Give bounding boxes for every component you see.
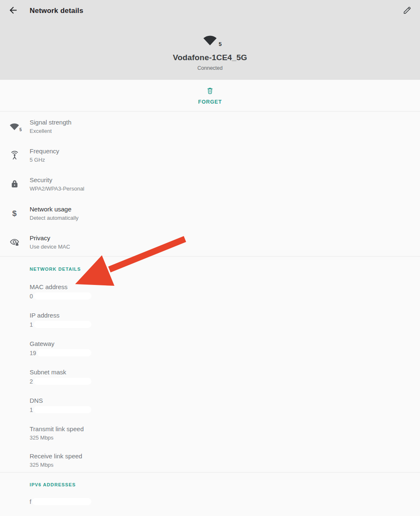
field-label: DNS xyxy=(30,397,420,404)
receive-link-speed-field: Receive link speed 325 Mbps xyxy=(30,452,420,468)
ipv6-address-field: f xyxy=(30,498,420,506)
redaction-pill xyxy=(34,321,91,328)
redaction-pill xyxy=(37,349,91,356)
eye-lock-icon xyxy=(9,236,20,248)
prop-value: Excellent xyxy=(30,128,420,134)
trash-icon xyxy=(206,86,214,97)
field-value: 1 xyxy=(30,321,33,328)
property-list: 5 Signal strength Excellent Frequency 5 … xyxy=(0,112,420,257)
back-arrow-icon xyxy=(8,5,18,17)
field-label: Gateway xyxy=(30,340,420,347)
wifi-generation-badge: 5 xyxy=(19,127,22,132)
redaction-pill xyxy=(34,292,91,300)
dollar-icon: $ xyxy=(9,208,20,219)
forget-button[interactable]: FORGET xyxy=(0,80,420,112)
ip-address-field: IP address 1 xyxy=(30,312,420,328)
prop-title: Security xyxy=(30,176,420,183)
prop-value: Detect automatically xyxy=(30,215,420,221)
redaction-pill xyxy=(34,406,91,413)
row-privacy[interactable]: Privacy Use device MAC xyxy=(0,227,420,256)
prop-value: WPA2/WPA3-Personal xyxy=(30,186,420,192)
network-details-screen: Network details 5 Vodafone-1CE4_5G Conne… xyxy=(0,0,420,516)
row-network-usage[interactable]: $ Network usage Detect automatically xyxy=(0,198,420,227)
prop-title: Network usage xyxy=(30,206,420,213)
prop-title: Frequency xyxy=(30,147,420,155)
subnet-mask-field: Subnet mask 2 xyxy=(30,369,420,385)
field-value: 2 xyxy=(30,378,33,385)
redaction-pill xyxy=(34,378,91,385)
wifi-generation-badge: 5 xyxy=(219,41,222,47)
hero-header: Network details 5 Vodafone-1CE4_5G Conne… xyxy=(0,0,420,80)
section-title: IPV6 ADDRESSES xyxy=(30,473,420,487)
field-value: 325 Mbps xyxy=(30,435,420,441)
lock-icon xyxy=(9,179,20,190)
connection-status: Connected xyxy=(0,65,420,71)
field-value: 1 xyxy=(30,407,33,413)
field-value: f xyxy=(30,498,31,505)
prop-title: Privacy xyxy=(30,234,420,241)
dns-field: DNS 1 xyxy=(30,397,420,414)
field-label: Subnet mask xyxy=(30,369,420,376)
row-frequency: Frequency 5 GHz xyxy=(0,140,420,169)
page-title: Network details xyxy=(30,7,83,15)
edit-button[interactable] xyxy=(401,5,413,17)
prop-value: Use device MAC xyxy=(30,244,420,250)
back-button[interactable] xyxy=(7,5,19,17)
app-bar: Network details xyxy=(0,0,420,22)
redaction-pill xyxy=(32,498,91,505)
field-value: 325 Mbps xyxy=(30,462,420,468)
field-label: IP address xyxy=(30,312,420,319)
field-label: Transmit link speed xyxy=(30,425,420,432)
field-label: Receive link speed xyxy=(30,452,420,460)
network-details-section: NETWORK DETAILS MAC address 0 IP address… xyxy=(0,257,420,473)
transmit-link-speed-field: Transmit link speed 325 Mbps xyxy=(30,425,420,441)
mac-address-field: MAC address 0 xyxy=(30,283,420,300)
field-value: 19 xyxy=(30,350,36,356)
row-signal-strength: 5 Signal strength Excellent xyxy=(0,112,420,140)
field-label: MAC address xyxy=(30,283,420,290)
ipv6-section: IPV6 ADDRESSES f xyxy=(0,473,420,506)
wifi-signal-icon: 5 xyxy=(202,35,218,46)
wifi-signal-icon: 5 xyxy=(9,121,20,132)
prop-title: Signal strength xyxy=(30,119,420,126)
gateway-field: Gateway 19 xyxy=(30,340,420,357)
field-value: 0 xyxy=(30,293,33,300)
forget-label: FORGET xyxy=(198,99,222,105)
pencil-icon xyxy=(402,5,412,17)
prop-value: 5 GHz xyxy=(30,157,420,163)
section-title: NETWORK DETAILS xyxy=(30,257,420,272)
row-security: Security WPA2/WPA3-Personal xyxy=(0,169,420,198)
network-name: Vodafone-1CE4_5G xyxy=(0,53,420,62)
antenna-icon xyxy=(9,150,20,161)
